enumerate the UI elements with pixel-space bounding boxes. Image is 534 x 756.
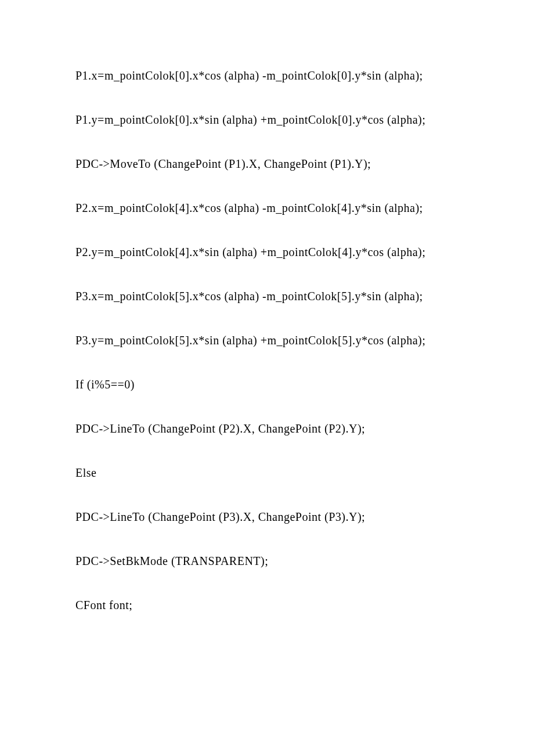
document-page: P1.x=m_pointColok[0].x*cos (alpha) -m_po… (0, 0, 534, 614)
code-line: P1.x=m_pointColok[0].x*cos (alpha) -m_po… (75, 67, 459, 84)
code-line: P2.x=m_pointColok[4].x*cos (alpha) -m_po… (75, 199, 459, 217)
code-line: PDC->LineTo (ChangePoint (P2).X, ChangeP… (75, 420, 459, 437)
code-line: PDC->SetBkMode (TRANSPARENT); (75, 552, 459, 570)
code-line: CFont font; (75, 596, 459, 614)
code-line: PDC->MoveTo (ChangePoint (P1).X, ChangeP… (75, 155, 459, 172)
code-line: PDC->LineTo (ChangePoint (P3).X, ChangeP… (75, 508, 459, 525)
code-line: P3.x=m_pointColok[5].x*cos (alpha) -m_po… (75, 287, 459, 305)
code-line: P2.y=m_pointColok[4].x*sin (alpha) +m_po… (75, 243, 459, 261)
code-line: Else (75, 464, 459, 481)
code-line: P1.y=m_pointColok[0].x*sin (alpha) +m_po… (75, 111, 459, 128)
code-line: If (i%5==0) (75, 376, 459, 393)
code-line: P3.y=m_pointColok[5].x*sin (alpha) +m_po… (75, 332, 459, 349)
